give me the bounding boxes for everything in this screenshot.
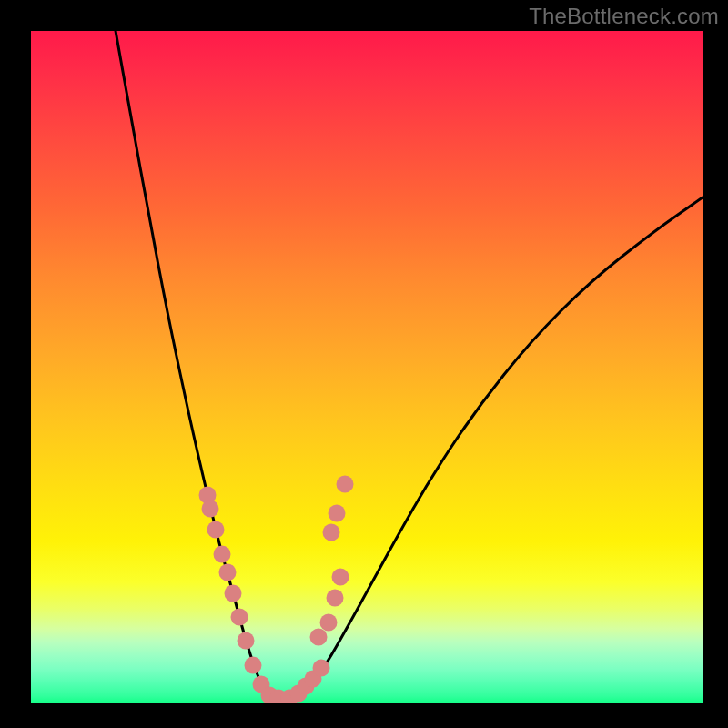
data-point-marker	[327, 590, 344, 607]
data-point-marker	[329, 505, 346, 522]
bottleneck-curve	[31, 31, 703, 703]
chart-frame: TheBottleneck.com	[0, 0, 728, 728]
data-point-marker	[337, 476, 354, 493]
plot-area	[31, 31, 703, 703]
data-point-marker	[238, 632, 255, 650]
data-point-marker	[231, 609, 248, 626]
data-point-marker	[214, 546, 231, 563]
data-point-marker	[245, 657, 262, 674]
data-point-marker	[202, 500, 219, 518]
data-point-marker	[320, 614, 338, 632]
data-point-marker	[310, 629, 328, 646]
data-point-marker	[219, 564, 237, 581]
data-point-marker	[225, 585, 242, 602]
curve-line	[116, 31, 703, 697]
data-point-marker	[313, 660, 330, 677]
data-point-marker	[332, 569, 349, 586]
data-point-marker	[323, 524, 340, 541]
data-point-marker	[207, 521, 225, 539]
watermark-text: TheBottleneck.com	[529, 4, 719, 29]
